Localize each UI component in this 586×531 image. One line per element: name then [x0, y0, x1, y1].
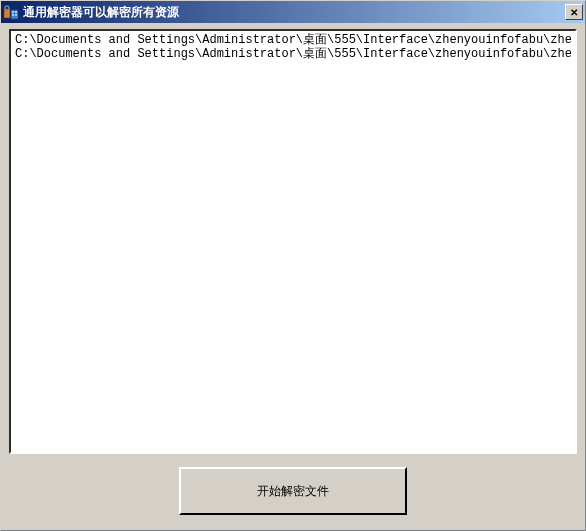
app-window: 通用解密器可以解密所有资源 ✕ C:\Documents and Setting…	[0, 0, 586, 531]
svg-rect-3	[12, 11, 14, 13]
start-decrypt-button[interactable]: 开始解密文件	[179, 467, 407, 515]
titlebar-buttons: ✕	[565, 4, 583, 20]
button-area: 开始解密文件	[9, 460, 577, 522]
log-panel[interactable]: C:\Documents and Settings\Administrator\…	[9, 29, 577, 454]
titlebar: 通用解密器可以解密所有资源 ✕	[1, 1, 585, 23]
svg-rect-4	[15, 11, 17, 13]
button-label: 开始解密文件	[257, 483, 329, 500]
log-line: C:\Documents and Settings\Administrator\…	[15, 47, 571, 61]
svg-rect-6	[15, 14, 17, 16]
close-button[interactable]: ✕	[565, 4, 583, 20]
window-title: 通用解密器可以解密所有资源	[23, 4, 565, 21]
svg-rect-5	[12, 14, 14, 16]
client-area: C:\Documents and Settings\Administrator\…	[1, 23, 585, 530]
log-line: C:\Documents and Settings\Administrator\…	[15, 33, 571, 47]
svg-rect-1	[5, 6, 9, 10]
app-icon	[3, 4, 19, 20]
close-icon: ✕	[570, 7, 578, 18]
